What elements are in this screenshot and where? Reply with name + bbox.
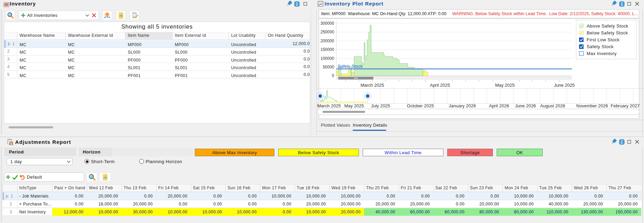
svg-text:August 2026: August 2026 xyxy=(540,103,565,108)
svg-text:March 2025: March 2025 xyxy=(317,103,341,108)
svg-text:October 2025: October 2025 xyxy=(407,103,434,108)
svg-text:July 2025: July 2025 xyxy=(371,103,390,108)
svg-text:January 2026: January 2026 xyxy=(449,103,476,108)
svg-text:June 2026: June 2026 xyxy=(515,103,536,108)
svg-text:May 2025: May 2025 xyxy=(344,103,364,108)
svg-text:November 2026: November 2026 xyxy=(576,103,608,108)
svg-text:February 2027: February 2027 xyxy=(611,103,640,108)
svg-text:April 2026: April 2026 xyxy=(489,103,509,108)
